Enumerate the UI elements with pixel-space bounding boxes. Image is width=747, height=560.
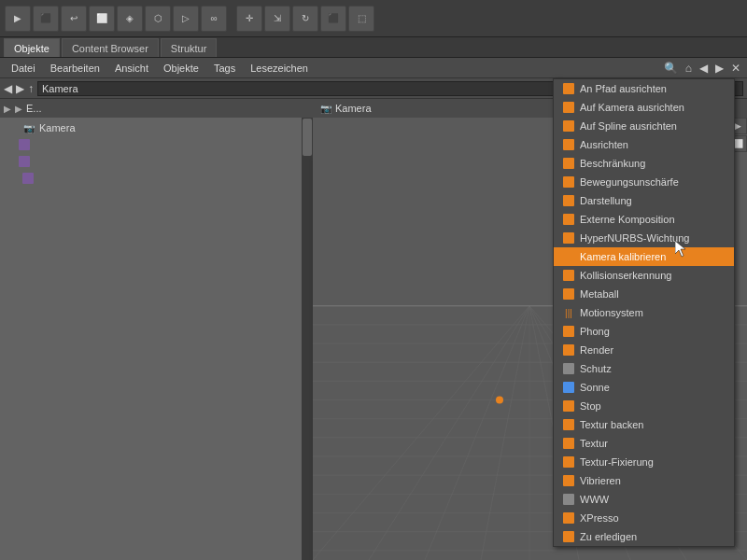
ctx-l2-icon-11 xyxy=(561,287,576,301)
toolbar-icon-scale[interactable]: ⇲ xyxy=(264,6,290,32)
toolbar-icon-4[interactable]: ⬜ xyxy=(89,6,115,32)
nav-up-icon[interactable]: ↑ xyxy=(28,82,34,95)
menu-bearbeiten[interactable]: Bearbeiten xyxy=(43,61,107,76)
ctx-l2-item-7[interactable]: Externe Komposition xyxy=(554,210,734,229)
toolbar-icon-9[interactable]: ⬛ xyxy=(320,6,346,32)
ctx-l2-item-18[interactable]: Textur backen xyxy=(554,415,734,434)
home-icon[interactable]: ⌂ xyxy=(683,60,695,77)
camera-path-label: Kamera xyxy=(42,83,78,94)
scene-item-2[interactable] xyxy=(0,153,313,170)
menu-bar: Datei Bearbeiten Ansicht Objekte Tags Le… xyxy=(0,58,747,78)
nav-right-icon[interactable]: ▶ xyxy=(712,60,726,77)
tab-content-browser[interactable]: Content Browser xyxy=(62,38,159,57)
ctx-l2-item-19[interactable]: Textur xyxy=(554,434,734,453)
nav-fwd-icon[interactable]: ▶ xyxy=(16,82,24,95)
ctx-l2-icon-17 xyxy=(561,399,576,413)
toolbar-icon-6[interactable]: ⬡ xyxy=(145,6,171,32)
ctx-l2-icon-5 xyxy=(561,175,576,189)
tab-struktur[interactable]: Struktur xyxy=(161,38,218,57)
ctx-l2-item-8[interactable]: HyperNURBS-Wichtung xyxy=(554,229,734,247)
ctx-l2-icon-24 xyxy=(561,530,576,543)
ctx-l2-icon-20 xyxy=(561,455,576,469)
search-icon[interactable]: 🔍 xyxy=(661,60,681,77)
ctx-l2-icon-15 xyxy=(561,362,576,375)
ctx-l2-item-16[interactable]: Sonne xyxy=(554,378,734,397)
scene-tree-header: ▶ ▶ E... xyxy=(0,99,313,118)
cam-icon: 📷 xyxy=(320,104,331,114)
ctx-l2-icon-9 xyxy=(561,250,576,263)
ctx-l2-item-13[interactable]: Phong xyxy=(554,322,734,341)
ctx-l2-icon-4 xyxy=(561,157,576,170)
toolbar-icon-7[interactable]: ▷ xyxy=(173,6,199,32)
scene-header-label: E... xyxy=(26,103,42,114)
camera-icon: 📷 xyxy=(22,121,35,134)
toolbar-icon-5[interactable]: ◈ xyxy=(117,6,143,32)
svg-point-25 xyxy=(496,397,503,404)
item-icon-2 xyxy=(19,156,30,167)
top-toolbar: ▶ ⬛ ↩ ⬜ ◈ ⬡ ▷ ∞ ✛ ⇲ ↻ ⬛ ⬚ xyxy=(0,0,747,37)
ctx-l2-item-17[interactable]: Stop xyxy=(554,397,734,415)
toolbar-icon-1[interactable]: ▶ xyxy=(5,6,31,32)
ctx-l2-icon-7 xyxy=(561,213,576,226)
ctx-l2-icon-23 xyxy=(561,511,576,525)
scene-tree: ▶ ▶ E... 📷 Kamera xyxy=(0,99,313,560)
expand-icon-2: ▶ xyxy=(15,104,22,114)
ctx-l2-icon-2 xyxy=(561,119,576,133)
scene-item-kamera[interactable]: 📷 Kamera xyxy=(0,119,313,136)
ctx-l2-item-11[interactable]: Metaball xyxy=(554,285,734,303)
ctx-l2-item-21[interactable]: Vibrieren xyxy=(554,471,734,490)
ctx-l2-item-6[interactable]: Darstellung xyxy=(554,191,734,210)
ctx-l2-icon-6 xyxy=(561,194,576,207)
menu-ansicht[interactable]: Ansicht xyxy=(107,61,156,76)
scene-item-1[interactable] xyxy=(0,136,313,153)
ctx-l2-icon-14 xyxy=(561,343,576,357)
ctx-l2-item-10[interactable]: Kollisionserkennung xyxy=(554,266,734,285)
ctx-l2-items: An Pfad ausrichtenAuf Kamera ausrichtenA… xyxy=(554,79,734,546)
scrollbar-thumb[interactable] xyxy=(303,119,312,156)
ctx-l2-item-1[interactable]: Auf Kamera ausrichten xyxy=(554,98,734,117)
ctx-l2-icon-22 xyxy=(561,493,576,506)
context-menu-l2: An Pfad ausrichtenAuf Kamera ausrichtenA… xyxy=(553,78,735,547)
nav-back-icon[interactable]: ◀ xyxy=(4,82,12,95)
toolbar-icon-2[interactable]: ⬛ xyxy=(33,6,59,32)
toolbar-icon-10[interactable]: ⬚ xyxy=(348,6,374,32)
ctx-l2-icon-8 xyxy=(561,231,576,245)
ctx-l2-item-9[interactable]: Kamera kalibrieren xyxy=(554,247,734,266)
ctx-l2-icon-18 xyxy=(561,418,576,431)
tab-objekte[interactable]: Objekte xyxy=(4,38,60,57)
toolbar-icon-move[interactable]: ✛ xyxy=(236,6,262,32)
ctx-l2-item-24[interactable]: Zu erledigen xyxy=(554,527,734,546)
menu-objekte[interactable]: Objekte xyxy=(156,61,206,76)
expand-icon: ▶ xyxy=(4,104,11,114)
ctx-l2-icon-16 xyxy=(561,381,576,394)
ctx-l2-item-2[interactable]: Auf Spline ausrichten xyxy=(554,117,734,135)
ctx-l2-item-20[interactable]: Textur-Fixierung xyxy=(554,453,734,471)
nav-left-icon[interactable]: ◀ xyxy=(697,60,711,77)
ctx-l2-item-14[interactable]: Render xyxy=(554,341,734,359)
item-icon-3 xyxy=(22,173,34,184)
toolbar-icon-3[interactable]: ↩ xyxy=(61,6,87,32)
ctx-l2-icon-13 xyxy=(561,325,576,338)
ctx-l2-item-12[interactable]: |||Motionsystem xyxy=(554,303,734,322)
toolbar-icon-rotate[interactable]: ↻ xyxy=(292,6,318,32)
ctx-l2-icon-1 xyxy=(561,101,576,114)
ctx-l2-item-4[interactable]: Beschränkung xyxy=(554,154,734,173)
ctx-l2-item-15[interactable]: Schutz xyxy=(554,359,734,378)
tab-bar: Objekte Content Browser Struktur xyxy=(0,37,747,58)
ctx-l2-item-22[interactable]: WWW xyxy=(554,490,734,509)
menu-tags[interactable]: Tags xyxy=(206,61,243,76)
nav-icons: 🔍 ⌂ ◀ ▶ ✕ xyxy=(661,60,743,77)
viewport-camera-label: Kamera xyxy=(335,103,372,114)
ctx-l2-icon-3 xyxy=(561,138,576,151)
ctx-l2-item-3[interactable]: Ausrichten xyxy=(554,135,734,154)
ctx-l2-icon-0 xyxy=(561,82,576,95)
menu-datei[interactable]: Datei xyxy=(4,61,43,76)
scene-item-3[interactable] xyxy=(0,170,313,187)
close-icon[interactable]: ✕ xyxy=(728,60,743,77)
ctx-l2-item-23[interactable]: XPresso xyxy=(554,509,734,527)
toolbar-icon-8[interactable]: ∞ xyxy=(201,6,227,32)
ctx-l2-item-5[interactable]: Bewegungsunschärfe xyxy=(554,173,734,191)
scene-tree-scrollbar[interactable] xyxy=(302,118,313,560)
ctx-l2-item-0[interactable]: An Pfad ausrichten xyxy=(554,79,734,98)
menu-lesezeichen[interactable]: Lesezeichen xyxy=(243,61,316,76)
